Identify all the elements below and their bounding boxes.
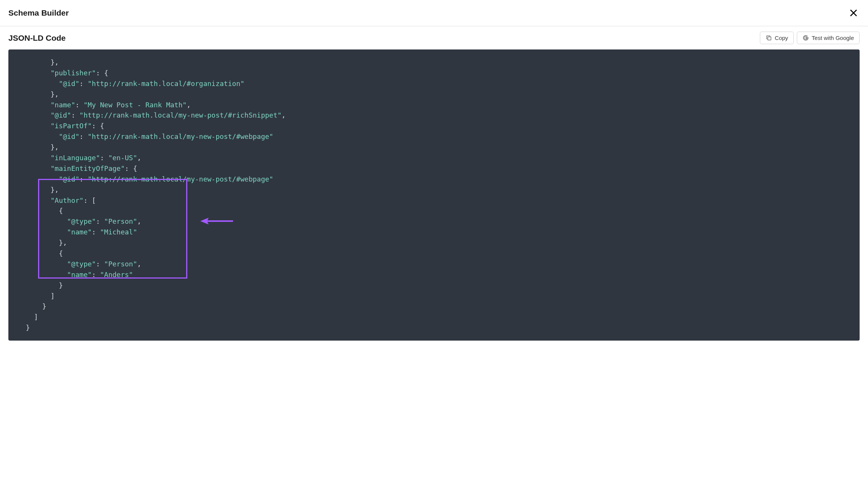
code-line: ] (18, 291, 850, 301)
modal-title: Schema Builder (8, 8, 69, 18)
modal-header: Schema Builder (0, 0, 868, 26)
code-line: } (18, 322, 850, 333)
code-line: "isPartOf": { (18, 121, 850, 131)
code-line: "inLanguage": "en-US", (18, 153, 850, 163)
copy-button[interactable]: Copy (760, 32, 794, 44)
google-icon (803, 35, 809, 41)
code-line: } (18, 301, 850, 312)
code-line: "publisher": { (18, 68, 850, 78)
code-line: { (18, 248, 850, 259)
section-title: JSON-LD Code (8, 33, 66, 43)
svg-rect-0 (768, 37, 771, 40)
code-line: "@id": "http://rank-math.local/#organiza… (18, 78, 850, 89)
code-line: "@id": "http://rank-math.local/my-new-po… (18, 174, 850, 185)
code-line: { (18, 205, 850, 216)
close-icon (849, 8, 858, 18)
subheader: JSON-LD Code Copy Test with Google (0, 26, 868, 49)
code-line: "name": "My New Post - Rank Math", (18, 100, 850, 110)
code-line: "Author": [ (18, 195, 850, 206)
code-line: ] (18, 312, 850, 322)
code-line: "@id": "http://rank-math.local/my-new-po… (18, 131, 850, 142)
code-line: "@type": "Person", (18, 216, 850, 227)
code-block[interactable]: }, "publisher": { "@id": "http://rank-ma… (8, 49, 860, 341)
copy-label: Copy (775, 35, 788, 41)
code-line: }, (18, 237, 850, 248)
code-line: }, (18, 142, 850, 153)
test-google-button[interactable]: Test with Google (797, 32, 860, 44)
code-line: } (18, 280, 850, 291)
test-google-label: Test with Google (812, 35, 854, 41)
close-button[interactable] (847, 7, 860, 19)
code-line: }, (18, 57, 850, 68)
code-line: "@type": "Person", (18, 259, 850, 269)
code-line: }, (18, 185, 850, 195)
copy-icon (766, 35, 772, 41)
action-buttons: Copy Test with Google (760, 32, 860, 44)
code-line: "mainEntityOfPage": { (18, 163, 850, 174)
code-line: }, (18, 89, 850, 100)
code-line: "@id": "http://rank-math.local/my-new-po… (18, 110, 850, 121)
code-line: "name": "Anders" (18, 269, 850, 280)
code-line: "name": "Micheal" (18, 227, 850, 237)
